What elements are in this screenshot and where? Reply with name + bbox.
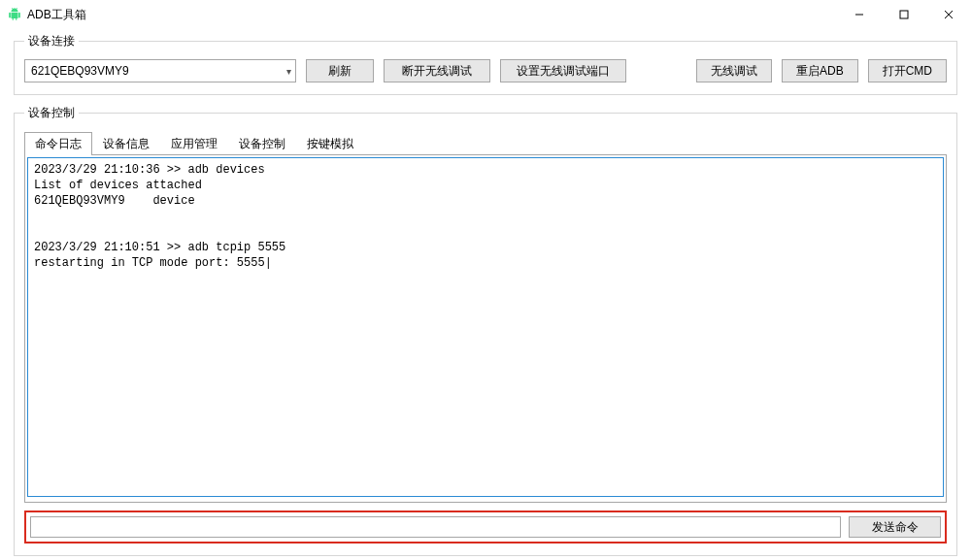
open-cmd-button[interactable]: 打开CMD [868, 59, 947, 82]
title-bar: ADB工具箱 [0, 0, 971, 29]
svg-rect-1 [900, 11, 908, 18]
refresh-button[interactable]: 刷新 [306, 59, 374, 82]
device-select-value: 621QEBQ93VMY9 [31, 64, 129, 78]
set-wifi-port-button[interactable]: 设置无线调试端口 [500, 59, 626, 82]
disconnect-wifi-button[interactable]: 断开无线调试 [384, 59, 490, 82]
tab-info[interactable]: 设备信息 [92, 132, 160, 155]
device-control-legend: 设备控制 [24, 105, 79, 121]
chevron-down-icon: ▾ [286, 66, 291, 77]
tab-log[interactable]: 命令日志 [24, 132, 92, 155]
device-connect-legend: 设备连接 [24, 33, 79, 49]
tab-panel [24, 154, 947, 503]
maximize-button[interactable] [882, 0, 926, 29]
app-icon [8, 8, 21, 21]
close-button[interactable] [926, 0, 971, 29]
device-connect-group: 设备连接 621QEBQ93VMY9 ▾ 刷新 断开无线调试 设置无线调试端口 … [14, 33, 957, 95]
log-output[interactable] [27, 157, 944, 497]
tab-control[interactable]: 设备控制 [228, 132, 296, 155]
window-title: ADB工具箱 [27, 7, 86, 23]
minimize-button[interactable] [837, 0, 882, 29]
command-input-row: 发送命令 [24, 511, 947, 544]
tab-bar: 命令日志 设备信息 应用管理 设备控制 按键模拟 [24, 132, 947, 155]
send-command-button[interactable]: 发送命令 [849, 516, 941, 538]
tab-apps[interactable]: 应用管理 [160, 132, 228, 155]
command-input[interactable] [30, 516, 841, 538]
device-select[interactable]: 621QEBQ93VMY9 ▾ [24, 59, 296, 82]
wifi-debug-button[interactable]: 无线调试 [696, 59, 772, 82]
device-control-group: 设备控制 命令日志 设备信息 应用管理 设备控制 按键模拟 发送命令 [14, 105, 957, 556]
tab-keys[interactable]: 按键模拟 [296, 132, 364, 155]
restart-adb-button[interactable]: 重启ADB [782, 59, 858, 82]
window-controls [837, 0, 971, 29]
